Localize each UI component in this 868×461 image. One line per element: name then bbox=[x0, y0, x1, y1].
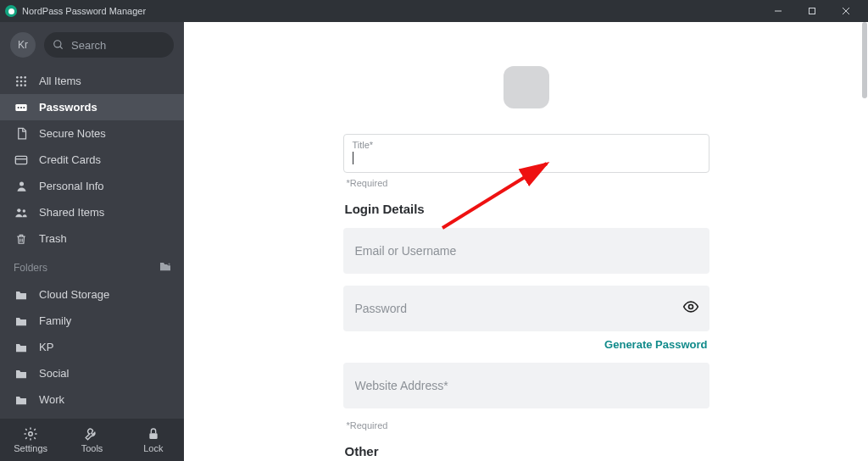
title-field-container[interactable]: Title* bbox=[343, 134, 709, 173]
sidebar-item-label: Trash bbox=[39, 232, 67, 245]
svg-line-5 bbox=[60, 47, 63, 49]
title-label: Title* bbox=[353, 140, 700, 150]
add-folder-icon[interactable]: + bbox=[159, 260, 172, 275]
sidebar-item-label: Cloud Storage bbox=[39, 288, 109, 301]
sidebar-item-label: Secure Notes bbox=[39, 127, 106, 140]
sidebar-item-passwords[interactable]: Passwords bbox=[0, 94, 184, 120]
sidebar-item-label: Work bbox=[39, 393, 64, 406]
svg-text:+: + bbox=[168, 262, 170, 266]
window-title: NordPass Password Manager bbox=[22, 6, 146, 16]
sidebar-item-credit-cards[interactable]: Credit Cards bbox=[0, 147, 184, 173]
folders-header-label: Folders bbox=[14, 262, 47, 274]
password-input[interactable] bbox=[355, 302, 698, 315]
bottom-item-label: Lock bbox=[143, 443, 163, 453]
sidebar-item-label: All Items bbox=[39, 75, 81, 87]
required-hint: *Required bbox=[347, 420, 709, 430]
note-icon bbox=[14, 127, 29, 140]
svg-point-23 bbox=[23, 209, 25, 212]
sidebar: Kr All Items Passwords Secure Notes Cred bbox=[0, 22, 184, 461]
svg-point-12 bbox=[16, 84, 19, 86]
search-container[interactable] bbox=[44, 32, 174, 58]
sidebar-item-label: Personal Info bbox=[39, 180, 104, 192]
sidebar-item-label: Passwords bbox=[39, 101, 97, 114]
sidebar-item-label: Credit Cards bbox=[39, 153, 101, 166]
wrench-icon bbox=[84, 426, 99, 442]
svg-point-28 bbox=[29, 432, 33, 436]
sidebar-item-label: KP bbox=[39, 341, 53, 353]
lock-icon bbox=[147, 426, 160, 442]
svg-point-13 bbox=[20, 84, 23, 86]
password-icon bbox=[14, 101, 29, 114]
nav-categories: All Items Passwords Secure Notes Credit … bbox=[0, 64, 184, 252]
gear-icon bbox=[23, 426, 38, 442]
title-input[interactable] bbox=[353, 151, 700, 165]
minimize-button[interactable] bbox=[761, 0, 795, 22]
main-panel: Title* *Required Login Details bbox=[184, 22, 868, 461]
close-button[interactable] bbox=[829, 0, 863, 22]
sidebar-item-label: Social bbox=[39, 367, 69, 380]
required-hint: *Required bbox=[347, 178, 709, 188]
titlebar: NordPass Password Manager bbox=[0, 0, 868, 22]
svg-point-17 bbox=[20, 106, 22, 108]
svg-rect-29 bbox=[149, 433, 157, 439]
sidebar-item-secure-notes[interactable]: Secure Notes bbox=[0, 120, 184, 147]
svg-point-30 bbox=[688, 305, 693, 309]
sidebar-item-all-items[interactable]: All Items bbox=[0, 68, 184, 94]
trash-icon bbox=[14, 233, 29, 245]
svg-point-9 bbox=[16, 80, 19, 82]
sidebar-item-trash[interactable]: Trash bbox=[0, 225, 184, 252]
card-icon bbox=[14, 153, 29, 167]
folder-family[interactable]: Family bbox=[0, 308, 184, 334]
other-heading: Other bbox=[345, 444, 709, 458]
bottom-item-label: Tools bbox=[81, 443, 103, 453]
search-icon bbox=[53, 39, 64, 51]
tools-button[interactable]: Tools bbox=[61, 419, 122, 461]
login-details-heading: Login Details bbox=[345, 202, 709, 216]
website-field-container[interactable] bbox=[343, 363, 709, 408]
folder-icon bbox=[14, 368, 29, 380]
svg-point-18 bbox=[23, 106, 25, 108]
sidebar-item-personal-info[interactable]: Personal Info bbox=[0, 173, 184, 199]
scrollbar[interactable] bbox=[861, 22, 868, 461]
scrollbar-thumb[interactable] bbox=[862, 22, 867, 98]
sidebar-item-shared-items[interactable]: Shared Items bbox=[0, 199, 184, 225]
svg-point-16 bbox=[18, 106, 19, 108]
folder-social[interactable]: Social bbox=[0, 360, 184, 386]
generate-password-link[interactable]: Generate Password bbox=[604, 338, 707, 351]
search-input[interactable] bbox=[71, 39, 165, 52]
email-field-container[interactable] bbox=[343, 228, 709, 274]
settings-button[interactable]: Settings bbox=[0, 419, 61, 461]
svg-point-21 bbox=[19, 182, 24, 186]
app-logo-icon bbox=[5, 5, 17, 17]
website-input[interactable] bbox=[355, 379, 698, 392]
folder-cloud-storage[interactable]: Cloud Storage bbox=[0, 281, 184, 308]
entry-icon-placeholder[interactable] bbox=[504, 66, 549, 108]
folders-header: Folders + bbox=[0, 252, 184, 278]
folder-icon bbox=[14, 315, 29, 327]
lock-button[interactable]: Lock bbox=[123, 419, 184, 461]
eye-icon bbox=[682, 298, 699, 315]
svg-point-22 bbox=[17, 208, 20, 212]
bottom-item-label: Settings bbox=[14, 443, 47, 453]
email-input[interactable] bbox=[355, 244, 698, 258]
svg-point-10 bbox=[20, 80, 23, 82]
sidebar-item-label: Shared Items bbox=[39, 206, 104, 219]
avatar[interactable]: Kr bbox=[10, 32, 36, 58]
grid-icon bbox=[14, 75, 29, 88]
svg-rect-19 bbox=[15, 156, 26, 164]
folder-kp[interactable]: KP bbox=[0, 334, 184, 360]
password-field-container[interactable] bbox=[343, 286, 709, 331]
toggle-password-visibility[interactable] bbox=[682, 298, 699, 319]
folder-icon bbox=[14, 289, 29, 301]
svg-point-14 bbox=[24, 84, 26, 86]
svg-point-7 bbox=[20, 76, 23, 79]
svg-point-8 bbox=[24, 76, 26, 79]
nav-folders: Cloud Storage Family KP Social Work bbox=[0, 278, 184, 413]
maximize-button[interactable] bbox=[795, 0, 829, 22]
folder-work[interactable]: Work bbox=[0, 386, 184, 413]
sidebar-item-label: Family bbox=[39, 314, 71, 327]
svg-rect-1 bbox=[810, 8, 815, 14]
bottom-bar: Settings Tools Lock bbox=[0, 419, 184, 461]
svg-point-6 bbox=[16, 76, 19, 79]
svg-point-11 bbox=[24, 80, 26, 82]
